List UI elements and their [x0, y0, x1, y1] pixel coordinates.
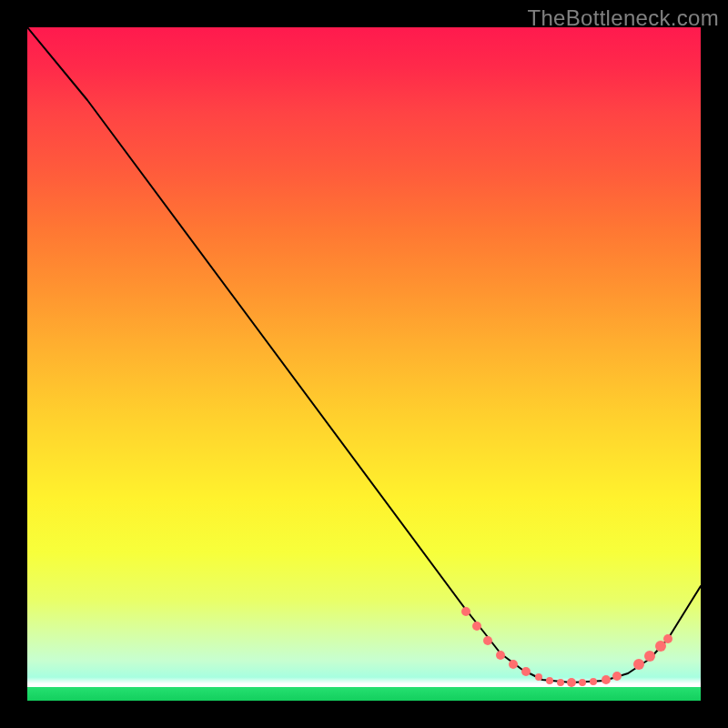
data-marker [535, 673, 542, 681]
data-marker [590, 678, 597, 685]
markers-group [461, 607, 672, 687]
data-marker [521, 667, 531, 676]
data-marker [612, 672, 622, 681]
data-marker [579, 679, 586, 686]
chart-svg [27, 27, 701, 701]
data-marker [633, 659, 644, 670]
data-marker [602, 675, 611, 684]
data-marker [546, 677, 553, 684]
data-marker [483, 636, 492, 645]
data-marker [461, 607, 470, 616]
chart-frame: TheBottleneck.com [0, 0, 728, 728]
data-marker [496, 651, 505, 660]
data-marker [655, 641, 666, 652]
bottleneck-curve [27, 27, 701, 682]
data-marker [644, 651, 655, 662]
plot-area [27, 27, 701, 701]
data-marker [472, 622, 481, 631]
data-marker [567, 678, 576, 687]
watermark-text: TheBottleneck.com [527, 5, 719, 31]
data-marker [509, 660, 518, 669]
data-marker [557, 679, 564, 686]
data-marker [663, 634, 672, 643]
